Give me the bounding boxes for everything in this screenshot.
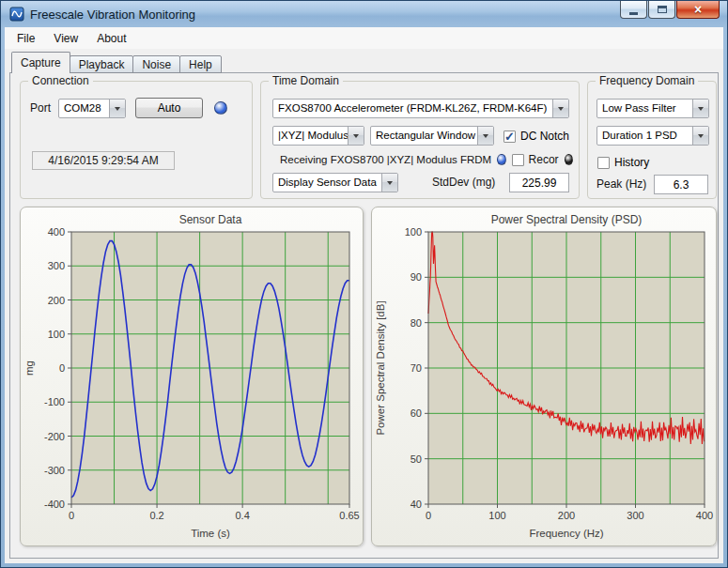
maximize-icon — [658, 6, 667, 13]
maximize-button[interactable] — [648, 1, 675, 19]
svg-text:Sensor Data: Sensor Data — [179, 213, 242, 226]
svg-text:100: 100 — [405, 226, 422, 238]
timestamp-display: 4/16/2015 9:29:54 AM — [32, 151, 175, 170]
tab-capture-label: Capture — [21, 56, 61, 69]
menu-item-about[interactable]: About — [87, 29, 135, 48]
auto-button[interactable]: Auto — [135, 98, 203, 118]
frequency-domain-groupbox-title: Frequency Domain — [596, 74, 698, 87]
port-select[interactable]: COM28 — [58, 99, 126, 118]
psd-chart: 0100200300400405060708090100Power Spectr… — [371, 207, 717, 546]
connection-status-led — [214, 101, 227, 115]
receiving-status-row: Receiving FXOS8700 |XYZ| Modulus FRDM Re… — [280, 151, 573, 168]
connection-groupbox-title: Connection — [28, 74, 93, 87]
svg-text:70: 70 — [410, 362, 422, 374]
tab-noise-label: Noise — [142, 58, 171, 71]
close-button[interactable]: × — [676, 1, 720, 19]
history-checkbox[interactable]: History — [597, 155, 649, 170]
svg-text:200: 200 — [558, 510, 575, 521]
stddev-label: StdDev (mg) — [432, 173, 495, 192]
record-checkbox[interactable]: Recor — [512, 152, 559, 167]
history-label: History — [614, 156, 649, 169]
svg-text:Power Spectral Density [dB]: Power Spectral Density [dB] — [375, 300, 386, 435]
menu-item-view[interactable]: View — [44, 29, 87, 48]
svg-text:0.2: 0.2 — [149, 510, 163, 521]
title-bar[interactable]: Freescale Vibration Monitoring × — [1, 1, 727, 27]
svg-text:400: 400 — [696, 510, 713, 521]
record-label: Recor — [529, 153, 559, 166]
svg-text:-200: -200 — [44, 431, 65, 442]
minimize-icon — [629, 12, 638, 15]
connection-groupbox: Connection Port COM28 Auto 4/16/2015 9:2… — [20, 81, 253, 199]
record-checkbox-box — [512, 154, 524, 166]
chevron-down-icon — [109, 100, 125, 117]
time-domain-groupbox: Time Domain FXOS8700 Accelerometer (FRDM… — [260, 81, 580, 199]
modulus-select[interactable]: |XYZ| Modulus — [272, 126, 364, 146]
svg-text:200: 200 — [48, 295, 65, 306]
window-title: Freescale Vibration Monitoring — [30, 8, 195, 22]
chevron-down-icon — [348, 127, 364, 145]
svg-text:Power Spectral Density (PSD): Power Spectral Density (PSD) — [491, 213, 643, 226]
menu-bar: File View About — [5, 27, 723, 49]
history-checkbox-box — [597, 157, 610, 169]
chevron-down-icon — [692, 100, 708, 117]
svg-text:50: 50 — [410, 453, 422, 465]
port-select-value: COM28 — [59, 100, 109, 117]
menu-item-file[interactable]: File — [8, 29, 44, 48]
svg-text:0.4: 0.4 — [236, 510, 250, 521]
tab-help[interactable]: Help — [179, 55, 222, 73]
rx-status-led — [497, 154, 505, 165]
svg-text:0.65: 0.65 — [339, 510, 359, 521]
frequency-domain-groupbox: Frequency Domain Low Pass Filter Duratio… — [587, 81, 717, 199]
app-icon[interactable] — [9, 7, 24, 22]
port-label: Port — [30, 99, 51, 118]
dc-notch-checkbox[interactable]: ✓ DC Notch — [503, 129, 569, 144]
svg-text:80: 80 — [410, 317, 422, 329]
window-select-value: Rectangular Window — [371, 127, 477, 145]
dc-notch-checkbox-box: ✓ — [503, 130, 516, 143]
sensor-select[interactable]: FXOS8700 Accelerometer (FRDM-KL26Z, FRDM… — [272, 99, 569, 118]
display-mode-select-value: Display Sensor Data — [273, 174, 381, 192]
svg-text:Time (s): Time (s) — [191, 528, 230, 539]
svg-text:300: 300 — [48, 260, 65, 271]
svg-text:400: 400 — [48, 226, 65, 238]
svg-text:100: 100 — [48, 329, 65, 340]
window-controls: × — [620, 1, 720, 19]
dc-notch-label: DC Notch — [520, 130, 569, 143]
tab-help-label: Help — [189, 58, 212, 71]
svg-text:-300: -300 — [44, 465, 65, 476]
peak-value: 6.3 — [654, 175, 708, 194]
modulus-select-value: |XYZ| Modulus — [273, 127, 348, 145]
minimize-button[interactable] — [620, 1, 647, 19]
svg-text:-100: -100 — [44, 396, 65, 407]
window-select[interactable]: Rectangular Window — [370, 126, 494, 146]
close-icon: × — [694, 3, 702, 16]
sensor-select-value: FXOS8700 Accelerometer (FRDM-KL26Z, FRDM… — [273, 100, 552, 117]
time-domain-groupbox-title: Time Domain — [269, 74, 343, 87]
peak-label: Peak (Hz) — [596, 175, 646, 194]
tab-playback-label: Playback — [79, 58, 125, 71]
svg-text:Frequency (Hz): Frequency (Hz) — [529, 528, 603, 539]
app-window: Freescale Vibration Monitoring × File Vi… — [0, 0, 728, 568]
tab-strip: Capture Playback Noise Help — [11, 52, 222, 73]
svg-text:0: 0 — [59, 362, 65, 374]
chevron-down-icon — [381, 174, 397, 192]
window-client-area: File View About Capture Playback Noise H… — [5, 27, 723, 563]
svg-text:mg: mg — [23, 361, 35, 376]
record-led — [565, 154, 573, 165]
tab-playback[interactable]: Playback — [70, 55, 134, 73]
filter-select[interactable]: Low Pass Filter — [596, 99, 709, 118]
filter-select-value: Low Pass Filter — [597, 100, 692, 117]
svg-text:40: 40 — [410, 499, 422, 510]
tab-capture[interactable]: Capture — [11, 52, 70, 73]
stddev-value: 225.99 — [509, 173, 569, 192]
receiving-status-text: Receiving FXOS8700 |XYZ| Modulus FRDM — [280, 154, 491, 165]
svg-text:0: 0 — [69, 510, 74, 521]
display-mode-select[interactable]: Display Sensor Data — [272, 173, 398, 192]
svg-text:0: 0 — [426, 510, 431, 521]
svg-text:100: 100 — [488, 510, 505, 521]
tab-noise[interactable]: Noise — [132, 55, 180, 73]
duration-select[interactable]: Duration 1 PSD — [596, 126, 709, 146]
chevron-down-icon — [552, 100, 568, 117]
svg-text:-400: -400 — [44, 499, 65, 510]
sensor-chart: 00.20.40.65-400-300-200-1000100200300400… — [20, 207, 364, 546]
